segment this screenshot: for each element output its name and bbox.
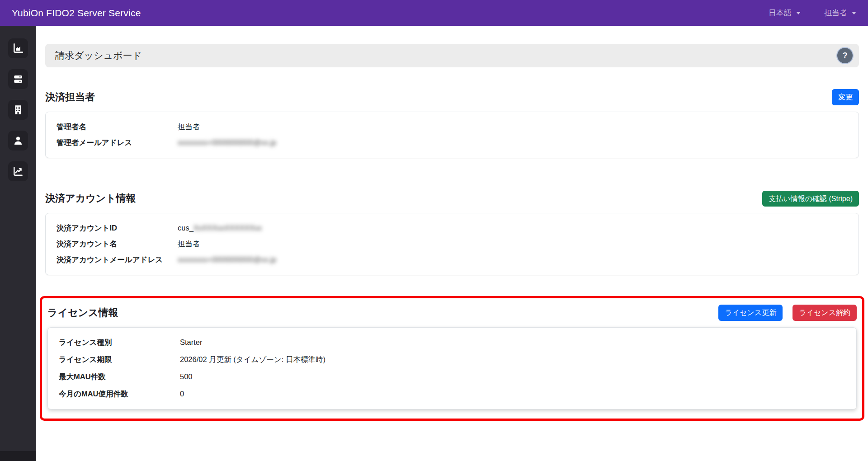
app-header: YubiOn FIDO2 Server Service 日本語 担当者 (0, 0, 868, 26)
sidebar-item-users[interactable] (8, 131, 28, 151)
chevron-down-icon (852, 12, 856, 14)
payment-contact-card: 管理者名 担当者 管理者メールアドレス xxxxxxxx+0000000000@… (45, 112, 859, 158)
license-type-label: ライセンス種別 (59, 338, 180, 348)
admin-email-value-redacted: xxxxxxxx+0000000000@xx.jp (178, 138, 848, 147)
table-row: 決済アカウントID cus_XxXXXxxXXXXXXxx (57, 223, 848, 233)
account-id-prefix: cus_ (178, 224, 193, 232)
page-titlebar: 請求ダッシュボード ? (45, 44, 859, 67)
help-icon[interactable]: ? (837, 48, 853, 63)
admin-name-label: 管理者名 (57, 122, 178, 132)
building-icon (12, 104, 24, 116)
app-title: YubiOn FIDO2 Server Service (12, 8, 141, 19)
account-menu-label: 担当者 (824, 8, 847, 18)
line-chart-icon (12, 165, 24, 177)
license-highlight-box: ライセンス情報 ライセンス更新 ライセンス解約 ライセンス種別 Starter … (40, 296, 864, 421)
language-menu-label: 日本語 (769, 8, 792, 18)
sidebar-bottom-strip (0, 451, 36, 461)
license-renew-button[interactable]: ライセンス更新 (718, 305, 783, 321)
language-menu[interactable]: 日本語 (769, 8, 801, 18)
table-row: 決済アカウントメールアドレス xxxxxxxx+0000000000@xx.jp (57, 255, 848, 265)
account-menu[interactable]: 担当者 (824, 8, 856, 18)
license-expiry-label: ライセンス期限 (59, 355, 180, 365)
license-cancel-button[interactable]: ライセンス解約 (793, 305, 857, 321)
account-id-value: cus_XxXXXxxXXXXXXxx (178, 224, 848, 232)
table-row: 決済アカウント名 担当者 (57, 239, 848, 249)
page-title: 請求ダッシュボード (55, 49, 142, 62)
max-mau-value: 500 (180, 372, 845, 381)
sidebar (0, 26, 36, 451)
payment-contact-section-head: 決済担当者 変更 (45, 89, 859, 105)
table-row: 管理者名 担当者 (57, 122, 848, 132)
account-name-label: 決済アカウント名 (57, 239, 178, 249)
license-heading: ライセンス情報 (47, 306, 118, 320)
payment-account-card: 決済アカウントID cus_XxXXXxxXXXXXXxx 決済アカウント名 担… (45, 213, 859, 275)
license-buttons: ライセンス更新 ライセンス解約 (718, 305, 857, 321)
current-mau-value: 0 (180, 390, 845, 398)
sidebar-item-organization[interactable] (8, 100, 28, 120)
change-button[interactable]: 変更 (832, 89, 859, 105)
payment-contact-heading: 決済担当者 (45, 90, 95, 104)
license-expiry-value: 2026/02 月更新 (タイムゾーン: 日本標準時) (180, 355, 845, 365)
admin-name-value: 担当者 (178, 122, 848, 132)
sidebar-item-billing-dashboard[interactable] (8, 38, 28, 58)
sidebar-item-servers[interactable] (8, 69, 28, 89)
max-mau-label: 最大MAU件数 (59, 372, 180, 382)
payment-account-heading: 決済アカウント情報 (45, 192, 136, 205)
account-email-value-redacted: xxxxxxxx+0000000000@xx.jp (178, 255, 848, 264)
table-row: ライセンス種別 Starter (59, 338, 845, 348)
area-chart-icon (12, 42, 24, 54)
main-content: 請求ダッシュボード ? 決済担当者 変更 管理者名 担当者 管理者メールアドレス… (36, 26, 868, 461)
account-id-redacted: XxXXXxxXXXXXXxx (193, 224, 262, 232)
payment-account-section-head: 決済アカウント情報 支払い情報の確認 (Stripe) (45, 191, 859, 207)
table-row: ライセンス期限 2026/02 月更新 (タイムゾーン: 日本標準時) (59, 355, 845, 365)
person-icon (12, 135, 24, 146)
table-row: 今月のMAU使用件数 0 (59, 389, 845, 399)
chevron-down-icon (796, 12, 801, 14)
license-section-head: ライセンス情報 ライセンス更新 ライセンス解約 (47, 305, 857, 321)
account-id-label: 決済アカウントID (57, 223, 178, 233)
current-mau-label: 今月のMAU使用件数 (59, 389, 180, 399)
server-stack-icon (12, 73, 24, 85)
account-email-label: 決済アカウントメールアドレス (57, 255, 178, 265)
sidebar-item-statistics[interactable] (8, 161, 28, 181)
table-row: 管理者メールアドレス xxxxxxxx+0000000000@xx.jp (57, 138, 848, 148)
account-name-value: 担当者 (178, 239, 848, 249)
table-row: 最大MAU件数 500 (59, 372, 845, 382)
license-type-value: Starter (180, 338, 845, 347)
admin-email-label: 管理者メールアドレス (57, 138, 178, 148)
license-card: ライセンス種別 Starter ライセンス期限 2026/02 月更新 (タイム… (47, 327, 857, 409)
stripe-payment-info-button[interactable]: 支払い情報の確認 (Stripe) (762, 191, 859, 207)
